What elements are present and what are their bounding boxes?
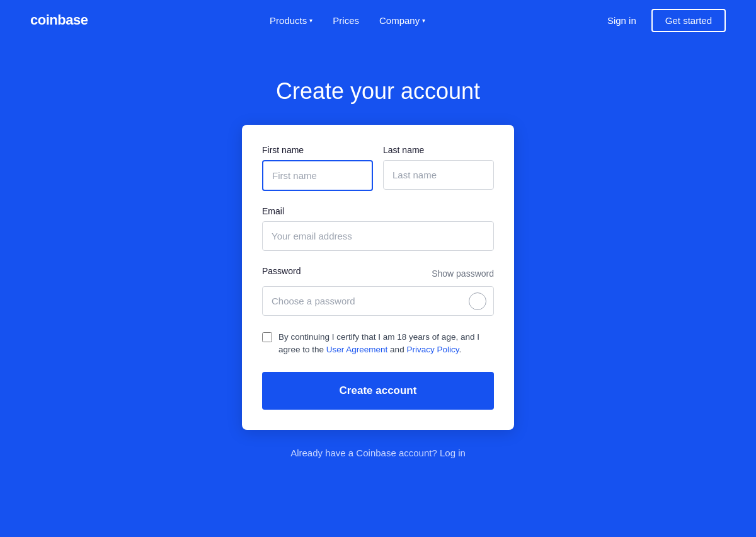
email-label: Email (262, 206, 494, 216)
page-title: Create your account (276, 78, 480, 105)
logo[interactable]: coinbase (30, 12, 88, 28)
email-input[interactable] (262, 221, 494, 251)
last-name-input[interactable] (383, 160, 494, 190)
main-content: Create your account First name Last name… (0, 40, 756, 458)
certify-section: By continuing I certify that I am 18 yea… (262, 331, 494, 357)
privacy-policy-link[interactable]: Privacy Policy (406, 345, 459, 354)
first-name-label: First name (262, 145, 373, 155)
chevron-down-icon: ▾ (422, 17, 425, 24)
name-row: First name Last name (262, 145, 494, 191)
nav-center: Products ▾ Prices Company ▾ (270, 15, 425, 26)
navbar: coinbase Products ▾ Prices Company ▾ Sig… (0, 0, 756, 40)
first-name-input[interactable] (262, 160, 373, 191)
password-visibility-icon[interactable] (469, 292, 486, 310)
nav-item-company[interactable]: Company ▾ (379, 15, 425, 26)
password-input-wrapper (262, 286, 494, 316)
password-input[interactable] (262, 286, 494, 316)
show-password-toggle[interactable]: Show password (432, 268, 494, 279)
already-account-section: Already have a Coinbase account? Log in (290, 448, 466, 458)
certify-checkbox[interactable] (262, 332, 272, 342)
certify-text: By continuing I certify that I am 18 yea… (278, 331, 494, 357)
password-header: Password Show password (262, 266, 494, 281)
password-section: Password Show password (262, 266, 494, 316)
sign-in-button[interactable]: Sign in (607, 15, 636, 26)
user-agreement-link[interactable]: User Agreement (326, 345, 388, 354)
create-account-button[interactable]: Create account (262, 372, 494, 410)
chevron-down-icon: ▾ (309, 17, 312, 24)
last-name-group: Last name (383, 145, 494, 191)
nav-item-products[interactable]: Products ▾ (270, 15, 312, 26)
form-card: First name Last name Email Password Show… (242, 125, 514, 430)
password-label: Password (262, 266, 301, 276)
get-started-button[interactable]: Get started (651, 9, 726, 32)
last-name-label: Last name (383, 145, 494, 155)
navbar-right: Sign in Get started (607, 9, 726, 32)
first-name-group: First name (262, 145, 373, 191)
already-account-text[interactable]: Already have a Coinbase account? Log in (290, 448, 466, 458)
nav-item-prices[interactable]: Prices (333, 15, 359, 26)
email-group: Email (262, 206, 494, 251)
